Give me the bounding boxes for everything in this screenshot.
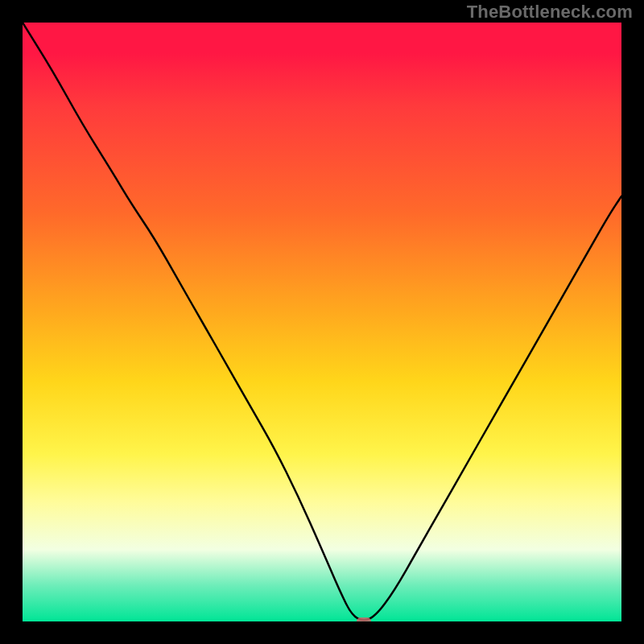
plot-area [23,23,621,621]
trough-marker [357,617,371,621]
bottleneck-curve [23,23,621,621]
curve-path [23,23,621,620]
chart-stage: TheBottleneck.com [0,0,644,644]
watermark-label: TheBottleneck.com [467,2,633,23]
